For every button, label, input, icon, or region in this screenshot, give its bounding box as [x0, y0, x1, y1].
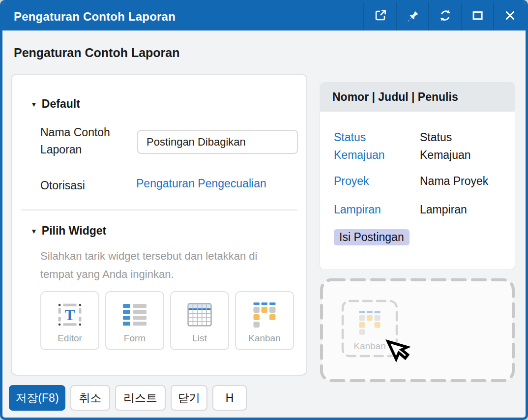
field-link-lampiran[interactable]: Lampiran — [334, 201, 408, 218]
kanban-widget-icon — [359, 300, 381, 341]
widget-form[interactable]: Form — [105, 291, 164, 350]
cancel-button[interactable]: 취소 — [70, 385, 110, 411]
exception-settings-link[interactable]: Pengaturan Pengecualian — [136, 177, 266, 190]
maximize-button[interactable] — [461, 2, 493, 30]
mouse-cursor-icon — [383, 339, 414, 373]
authorization-label: Otorisasi — [40, 177, 129, 194]
default-section-title: Default — [42, 97, 80, 111]
ghost-widget-label: Kanban — [353, 341, 386, 352]
widget-label: Kanban — [248, 333, 281, 344]
close-button[interactable] — [493, 2, 526, 30]
report-name-input[interactable] — [137, 130, 298, 154]
caret-down-icon: ▼ — [30, 227, 37, 235]
field-link-status[interactable]: Status Kemajuan — [334, 128, 408, 164]
field-value-lampiran: Lampiran — [420, 201, 499, 218]
titlebar-actions — [363, 2, 526, 30]
report-settings-dialog: Pengaturan Contoh Laporan — [0, 0, 528, 420]
preview-body: Status Kemajuan Status Kemajuan Proyek N… — [320, 112, 515, 270]
list-widget-icon — [171, 292, 228, 333]
widget-dropzone[interactable]: Kanban — [320, 278, 515, 383]
widget-editor[interactable]: T Editor — [40, 291, 99, 350]
settings-card: ▼ Default Nama Contoh Laporan Otorisasi … — [11, 74, 307, 376]
field-value-proyek: Nama Proyek — [420, 172, 499, 190]
pin-icon — [406, 9, 419, 24]
widget-label: Editor — [58, 333, 82, 344]
footer-actions: 저장(F8) 취소 리스트 닫기 H — [9, 385, 247, 411]
save-button[interactable]: 저장(F8) — [9, 385, 65, 411]
widget-label: List — [192, 333, 207, 344]
close-icon — [503, 9, 517, 24]
refresh-button[interactable] — [428, 2, 461, 30]
kanban-widget-icon — [236, 292, 293, 333]
section-divider — [21, 210, 297, 210]
h-button[interactable]: H — [212, 385, 247, 411]
pin-button[interactable] — [396, 2, 428, 30]
caret-down-icon: ▼ — [30, 100, 37, 108]
form-widget-icon — [106, 292, 163, 333]
preview-header-text: Nomor | Judul | Penulis — [332, 90, 458, 104]
maximize-icon — [471, 9, 484, 24]
widget-palette: T Editor Form — [40, 291, 294, 350]
window-title: Pengaturan Contoh Laporan — [2, 10, 176, 24]
name-field-label: Nama Contoh Laporan — [40, 124, 129, 158]
widget-section-header[interactable]: ▼ Pilih Widget — [30, 224, 106, 238]
selected-field-chip[interactable]: Isi Postingan — [334, 229, 410, 245]
widget-section-title: Pilih Widget — [42, 224, 106, 238]
titlebar: Pengaturan Contoh Laporan — [2, 2, 526, 30]
close-dialog-button[interactable]: 닫기 — [171, 385, 207, 411]
widget-list[interactable]: List — [170, 291, 229, 350]
field-value-status: Status Kemajuan — [420, 128, 499, 164]
field-link-proyek[interactable]: Proyek — [334, 172, 408, 190]
open-in-new-button[interactable] — [363, 2, 396, 30]
preview-header: Nomor | Judul | Penulis — [320, 82, 515, 112]
widget-label: Form — [124, 333, 146, 344]
widget-kanban[interactable]: Kanban — [235, 291, 294, 350]
page-title: Pengaturan Contoh Laporan — [14, 46, 180, 60]
widget-hint-text: Silahkan tarik widget tersebut dan letak… — [40, 247, 286, 283]
svg-text:T: T — [65, 306, 75, 323]
open-in-new-icon — [374, 9, 387, 24]
editor-widget-icon: T — [41, 292, 98, 333]
default-section-header[interactable]: ▼ Default — [30, 97, 80, 111]
refresh-icon — [439, 9, 452, 24]
list-button[interactable]: 리스트 — [115, 385, 166, 411]
